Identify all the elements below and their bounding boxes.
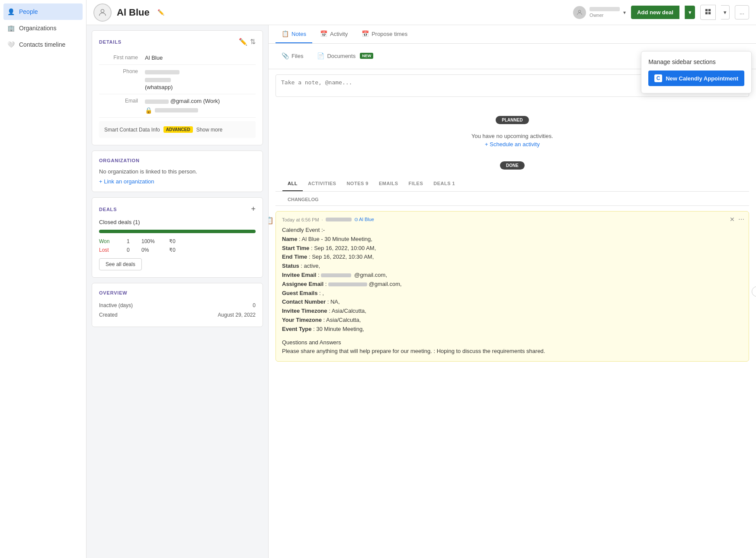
more-options-button[interactable]: ... xyxy=(735,5,749,19)
note-invitee-tz-row: Invitee Timezone : Asia/Calcutta, xyxy=(282,307,743,316)
inactive-value: 0 xyxy=(253,302,256,308)
files-tab-icon: 📎 xyxy=(282,52,289,59)
filter-tab-changelog[interactable]: CHANGELOG xyxy=(282,193,324,205)
sidebar-item-label: Contacts timeline xyxy=(19,41,65,48)
note-time: Today at 6:56 PM xyxy=(282,217,319,222)
lost-amt: ₹0 xyxy=(169,247,195,253)
organizations-icon: 🏢 xyxy=(7,24,15,32)
show-more-btn[interactable]: Show more xyxy=(196,127,223,133)
see-all-deals-btn[interactable]: See all deals xyxy=(99,258,142,270)
activity-tab-icon: 📅 xyxy=(320,30,327,37)
new-badge: NEW xyxy=(360,53,373,59)
new-calendly-appointment-btn[interactable]: C New Calendly Appointment xyxy=(648,71,744,86)
documents-tab-icon: 📄 xyxy=(317,52,324,59)
sidebar-item-label: Organizations xyxy=(19,25,56,32)
tab-documents[interactable]: 📄 Documents NEW xyxy=(311,47,379,65)
filter-tab-deals[interactable]: DEALS 1 xyxy=(428,176,460,191)
details-card: DETAILS ✏️ ⇅ First name Al Blue Phone xyxy=(92,30,263,145)
email-row: Email @gmail.com (Work) 🔒 xyxy=(99,94,256,118)
timeline-area: PLANNED You have no upcoming activities.… xyxy=(269,102,756,558)
note-start-time-label: Start Time xyxy=(282,245,309,251)
filter-tab-emails[interactable]: EMAILS xyxy=(374,176,404,191)
owner-label: Owner xyxy=(589,13,620,18)
won-pct: 100% xyxy=(141,238,167,244)
organization-header: ORGANIZATION xyxy=(99,158,256,163)
note-end-time-label: End Time xyxy=(282,253,307,260)
note-invitee-email-label: Invitee Email xyxy=(282,272,316,278)
organization-card: ORGANIZATION No organization is linked t… xyxy=(92,151,263,192)
filter-tab-files[interactable]: FILES xyxy=(404,176,429,191)
owner-dropdown-btn[interactable]: ▾ xyxy=(623,10,626,16)
tab-documents-label: Documents xyxy=(327,53,356,59)
tab-propose-times[interactable]: 📅 Propose times xyxy=(356,25,413,43)
phone-row: Phone (whatsapp) xyxy=(99,65,256,94)
note-end-time-value: : Sep 16, 2022, 10:30 AM, xyxy=(309,253,374,260)
svg-rect-5 xyxy=(708,12,711,14)
tab-notes[interactable]: 📋 Notes xyxy=(275,25,312,43)
sidebar: 👤 People 🏢 Organizations 🤍 Contacts time… xyxy=(0,0,86,558)
planned-badge: PLANNED xyxy=(496,116,529,124)
assignee-email-blur xyxy=(328,282,367,286)
contact-name: Al Blue xyxy=(117,7,150,18)
note-invitee-email-row: Invitee Email : @gmail.com, xyxy=(282,271,743,280)
main-content: Al Blue ✏️ Owner ▾ Add new deal ▾ ▾ ... xyxy=(86,0,756,558)
created-label: Created xyxy=(99,312,118,318)
owner-name-blur xyxy=(589,7,620,11)
note-contact-link: ⊙ Al Blue xyxy=(354,217,374,222)
expand-details-btn[interactable]: ⇅ xyxy=(250,38,256,46)
lost-pct: 0% xyxy=(141,247,167,253)
edit-icon[interactable]: ✏️ xyxy=(157,9,164,16)
tab-activity[interactable]: 📅 Activity xyxy=(314,25,354,43)
owner-section: Owner ▾ xyxy=(573,6,626,19)
deals-stats: Won 1 100% ₹0 Lost 0 0% ₹0 xyxy=(99,237,256,254)
grid-dropdown-btn[interactable]: ▾ xyxy=(721,5,730,19)
note-qa-text: Please share anything that will help pre… xyxy=(282,347,743,356)
closed-deals-label: Closed deals (1) xyxy=(99,219,256,225)
note-your-tz-row: Your Timezone : Asia/Calcutta, xyxy=(282,316,743,325)
add-deal-card-btn[interactable]: + xyxy=(251,205,256,214)
header: Al Blue ✏️ Owner ▾ Add new deal ▾ ▾ ... xyxy=(86,0,756,25)
add-deal-button[interactable]: Add new deal xyxy=(631,6,679,19)
note-qa-section: Questions and Answers Please share anyth… xyxy=(282,338,743,356)
whatsapp-label: (whatsapp) xyxy=(145,84,179,90)
inactive-row: Inactive (days) 0 xyxy=(99,301,256,310)
owner-info: Owner xyxy=(589,7,620,18)
first-name-label: First name xyxy=(99,55,138,61)
note-status-row: Status : active, xyxy=(282,262,743,271)
filter-tab-row2: CHANGELOG xyxy=(275,192,749,206)
edit-details-btn[interactable]: ✏️ xyxy=(239,38,247,46)
note-line1: Calendly Event :- xyxy=(282,226,743,235)
note-guest-emails-value: : , xyxy=(319,290,324,296)
sidebar-item-people[interactable]: 👤 People xyxy=(3,3,83,20)
details-card-actions: ✏️ ⇅ xyxy=(239,38,256,46)
add-deal-dropdown-btn[interactable]: ▾ xyxy=(685,6,695,19)
owner-avatar xyxy=(573,6,586,19)
tab-propose-times-label: Propose times xyxy=(372,31,407,37)
note-more-btn[interactable]: ⋯ xyxy=(738,216,744,223)
filter-tab-all[interactable]: ALL xyxy=(282,176,303,191)
created-row: Created August 29, 2022 xyxy=(99,310,256,320)
deals-card: DEALS + Closed deals (1) Won 1 100% xyxy=(92,197,263,278)
svg-rect-2 xyxy=(705,9,708,11)
svg-point-0 xyxy=(101,9,104,12)
schedule-activity-link[interactable]: + Schedule an activity xyxy=(485,141,540,148)
calendly-icon: C xyxy=(654,74,662,82)
svg-point-1 xyxy=(578,10,580,12)
advanced-badge: ADVANCED xyxy=(163,126,193,133)
link-organization-btn[interactable]: + Link an organization xyxy=(99,178,154,185)
tab-files[interactable]: 📎 Files xyxy=(275,47,309,65)
phone-value: (whatsapp) xyxy=(145,68,179,90)
note-close-btn[interactable]: ✕ xyxy=(730,216,735,223)
tab-activity-label: Activity xyxy=(330,31,348,37)
filter-tab-notes[interactable]: NOTES 9 xyxy=(341,176,374,191)
propose-times-tab-icon: 📅 xyxy=(362,30,369,37)
sidebar-item-organizations[interactable]: 🏢 Organizations xyxy=(0,20,86,36)
inactive-label: Inactive (days) xyxy=(99,302,133,308)
lost-label: Lost xyxy=(99,247,125,253)
grid-view-button[interactable] xyxy=(700,5,716,20)
sidebar-item-contacts-timeline[interactable]: 🤍 Contacts timeline xyxy=(0,36,86,53)
note-end-time-row: End Time : Sep 16, 2022, 10:30 AM, xyxy=(282,253,743,262)
note-assignee-email-label: Assignee Email xyxy=(282,281,324,287)
notes-tab-icon: 📋 xyxy=(282,30,289,37)
filter-tab-activities[interactable]: ACTIVITIES xyxy=(303,176,342,191)
